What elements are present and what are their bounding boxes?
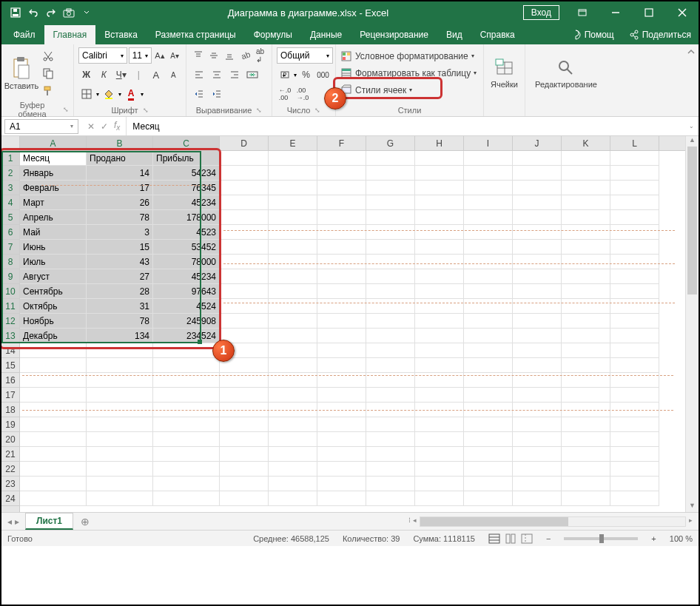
cell[interactable]: [20, 343, 87, 358]
align-left-icon[interactable]: [191, 67, 207, 83]
cell[interactable]: [610, 284, 659, 299]
row-header[interactable]: 16: [1, 373, 19, 388]
cell[interactable]: Февраль: [20, 181, 87, 195]
cell[interactable]: [464, 181, 513, 195]
cell[interactable]: [220, 195, 269, 210]
cell[interactable]: [269, 314, 317, 329]
cell[interactable]: Декабрь: [20, 329, 87, 343]
cell[interactable]: [317, 447, 366, 462]
cell[interactable]: [153, 388, 220, 403]
view-page-layout-icon[interactable]: [505, 533, 516, 544]
cell[interactable]: [269, 166, 317, 181]
tab-home[interactable]: Главная: [44, 25, 96, 44]
cell[interactable]: [513, 432, 562, 447]
cell[interactable]: [220, 491, 269, 506]
cell[interactable]: [20, 388, 87, 403]
cell[interactable]: 17: [87, 181, 153, 195]
cell[interactable]: [562, 343, 610, 358]
tab-insert[interactable]: Вставка: [95, 25, 147, 44]
row-header[interactable]: 1: [1, 151, 19, 166]
cell[interactable]: [415, 299, 464, 314]
formula-input[interactable]: Месяц: [127, 121, 684, 132]
shrink-font-icon[interactable]: A: [166, 67, 182, 83]
cell[interactable]: 134: [87, 329, 153, 343]
vertical-scrollbar[interactable]: ▲ ▼: [685, 136, 699, 512]
column-header[interactable]: K: [562, 136, 610, 150]
cell[interactable]: [269, 403, 317, 417]
cell[interactable]: [415, 447, 464, 462]
align-middle-icon[interactable]: [206, 47, 221, 64]
cell[interactable]: Продано: [87, 151, 153, 166]
cell[interactable]: [317, 388, 366, 403]
cell[interactable]: [562, 403, 610, 417]
cell[interactable]: [220, 447, 269, 462]
cell[interactable]: [317, 284, 366, 299]
cell[interactable]: [269, 447, 317, 462]
cell[interactable]: Прибыль: [153, 151, 220, 166]
cell[interactable]: [464, 343, 513, 358]
cell[interactable]: [220, 225, 269, 240]
cell[interactable]: [464, 255, 513, 269]
cell[interactable]: [87, 477, 153, 491]
cell[interactable]: 15: [87, 240, 153, 255]
cell[interactable]: [513, 299, 562, 314]
cell[interactable]: [20, 432, 87, 447]
row-header[interactable]: 15: [1, 358, 19, 373]
cells-area[interactable]: МесяцПроданоПрибыльЯнварь1454234Февраль1…: [20, 151, 685, 512]
column-header[interactable]: F: [317, 136, 366, 150]
row-header[interactable]: 11: [1, 299, 19, 314]
cell[interactable]: [20, 462, 87, 477]
row-headers[interactable]: 123456789101112131415161718192021222324: [1, 151, 20, 512]
row-header[interactable]: 17: [1, 388, 19, 403]
align-center-icon[interactable]: [209, 67, 225, 83]
cell[interactable]: [153, 462, 220, 477]
cell[interactable]: [513, 284, 562, 299]
cell[interactable]: 76345: [153, 181, 220, 195]
cell[interactable]: [513, 491, 562, 506]
cell[interactable]: [153, 403, 220, 417]
cell[interactable]: [366, 210, 415, 225]
cell[interactable]: [269, 491, 317, 506]
cell[interactable]: [20, 417, 87, 432]
cell[interactable]: [415, 151, 464, 166]
cell[interactable]: 43: [87, 255, 153, 269]
cell[interactable]: [513, 151, 562, 166]
cell[interactable]: [464, 403, 513, 417]
cell[interactable]: [269, 255, 317, 269]
row-header[interactable]: 2: [1, 166, 19, 181]
cell[interactable]: [562, 299, 610, 314]
cell[interactable]: [464, 166, 513, 181]
cell[interactable]: [220, 151, 269, 166]
close-button[interactable]: [665, 1, 699, 24]
cell[interactable]: 178000: [153, 210, 220, 225]
cell[interactable]: [317, 462, 366, 477]
save-icon[interactable]: [9, 6, 22, 19]
cell[interactable]: [415, 462, 464, 477]
cell[interactable]: [366, 343, 415, 358]
tab-file[interactable]: Файл: [4, 25, 44, 44]
collapse-ribbon-icon[interactable]: [687, 47, 696, 56]
number-format-combo[interactable]: Общий▾: [277, 47, 333, 64]
cell[interactable]: [366, 314, 415, 329]
tab-help[interactable]: Справка: [471, 25, 524, 44]
cell[interactable]: 4523: [153, 225, 220, 240]
number-launcher-icon[interactable]: ⤡: [314, 107, 320, 114]
cell[interactable]: Май: [20, 225, 87, 240]
login-button[interactable]: Вход: [523, 5, 559, 20]
cell[interactable]: [269, 269, 317, 284]
column-header[interactable]: A: [20, 136, 87, 150]
cell[interactable]: [366, 329, 415, 343]
row-header[interactable]: 13: [1, 329, 19, 343]
cell[interactable]: [415, 403, 464, 417]
cell[interactable]: [220, 373, 269, 388]
decrease-indent-icon[interactable]: [191, 86, 207, 102]
name-box[interactable]: A1▾: [4, 119, 78, 134]
cell[interactable]: 3: [87, 225, 153, 240]
row-header[interactable]: 7: [1, 240, 19, 255]
cell[interactable]: [20, 447, 87, 462]
cell[interactable]: [269, 477, 317, 491]
cell[interactable]: [513, 343, 562, 358]
cell[interactable]: [366, 417, 415, 432]
cell[interactable]: [610, 462, 659, 477]
increase-decimal-icon[interactable]: ←.0.00: [277, 86, 293, 102]
